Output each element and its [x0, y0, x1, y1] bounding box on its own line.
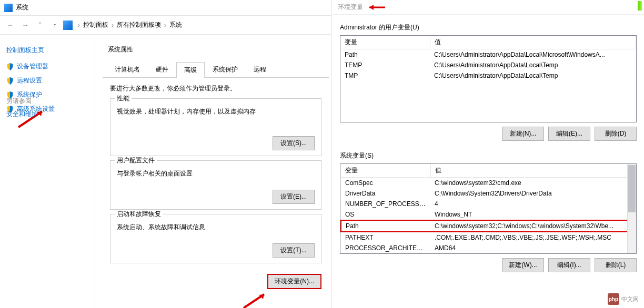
environment-variables-button[interactable]: 环境变量(N)... [267, 274, 321, 289]
groupbox-title: 用户配置文件 [115, 156, 157, 165]
watermark: php 中文网 [608, 293, 639, 305]
env-dialog-title: 环境变量 [338, 3, 363, 12]
groupbox-startup: 启动和故障恢复 系统启动、系统故障和调试信息 设置(T)... [110, 214, 321, 263]
sidebar-item-label: 远程设置 [17, 76, 42, 85]
breadcrumb-icon [63, 20, 73, 30]
breadcrumb-item[interactable]: 控制面板 [83, 20, 108, 29]
col-header-value[interactable]: 值 [430, 36, 636, 49]
var-value: Windows_NT [430, 209, 636, 220]
table-row[interactable]: TEMPC:\Users\Administrator\AppData\Local… [340, 60, 636, 70]
table-row-path[interactable]: PathC:\windows\system32;C:\windows;C:\wi… [341, 220, 636, 232]
sys-vars-buttons: 新建(W)... 编辑(I)... 删除(L) [340, 258, 637, 272]
col-header-variable[interactable]: 变量 [340, 36, 430, 49]
groupbox-desc: 视觉效果，处理器计划，内存使用，以及虚拟内存 [117, 107, 315, 116]
see-also-section: 另请参阅 安全和维护 [6, 97, 38, 119]
breadcrumb-sep: › [112, 22, 114, 29]
table-row[interactable]: PROCESSOR_ARCHITECT...AMD64 [341, 243, 636, 253]
env-dialog-body: Administrator 的用户变量(U) 变量 值 PathC:\Users… [333, 15, 644, 283]
breadcrumb-sep: › [78, 22, 80, 29]
table-row[interactable]: NUMBER_OF_PROCESSORS4 [341, 199, 636, 209]
groupbox-userprofile: 用户配置文件 与登录帐户相关的桌面设置 设置(E)... [110, 160, 321, 210]
var-name: OS [341, 209, 430, 220]
see-also-title: 另请参阅 [6, 97, 38, 106]
tab-advanced[interactable]: 高级 [176, 62, 205, 78]
var-name: NUMBER_OF_PROCESSORS [341, 199, 430, 209]
var-value: C:\Users\Administrator\AppData\Local\Tem… [430, 70, 636, 81]
settings-startup-button[interactable]: 设置(T)... [273, 243, 315, 258]
shield-icon [6, 77, 14, 85]
table-row[interactable]: OSWindows_NT [341, 209, 636, 220]
breadcrumb-sep: › [164, 22, 166, 29]
tab-hardware[interactable]: 硬件 [148, 61, 176, 77]
sidebar-item-label: 设备管理器 [17, 62, 48, 71]
tab-protection[interactable]: 系统保护 [205, 61, 246, 77]
nav-back-icon[interactable]: ← [4, 19, 17, 32]
user-vars-buttons: 新建(N)... 编辑(E)... 删除(D) [340, 127, 637, 141]
user-vars-table[interactable]: 变量 值 PathC:\Users\Administrator\AppData\… [340, 35, 637, 122]
var-value: AMD64 [430, 243, 636, 253]
nav-forward-icon[interactable]: → [19, 19, 32, 32]
var-value: C:\windows\system32;C:\windows;C:\window… [430, 220, 636, 232]
control-panel-sidebar: 控制面板主页 设备管理器 远程设置 系统保护 高级系统设置 另请参阅 安全和维护 [0, 35, 92, 129]
settings-userprofile-button[interactable]: 设置(E)... [273, 190, 315, 204]
table-row[interactable]: ComSpecC:\windows\system32\cmd.exe [341, 178, 636, 189]
table-row[interactable]: TMPC:\Users\Administrator\AppData\Local\… [340, 70, 636, 81]
see-also-link[interactable]: 安全和维护 [6, 110, 38, 119]
scrollbar-thumb[interactable] [628, 165, 636, 212]
var-name: TEMP [340, 60, 430, 70]
sys-delete-button[interactable]: 删除(L) [595, 258, 637, 272]
sys-edit-button[interactable]: 编辑(I)... [548, 258, 590, 272]
system-vars-table[interactable]: 变量 值 ComSpecC:\windows\system32\cmd.exe … [340, 163, 637, 254]
env-dialog-title-bar: 环境变量 [333, 0, 644, 15]
var-name: PROCESSOR_ARCHITECT... [341, 243, 430, 253]
shield-icon [6, 63, 14, 70]
sidebar-item-device-manager[interactable]: 设备管理器 [6, 62, 86, 71]
var-name: DriverData [341, 188, 430, 199]
var-name: Path [340, 49, 430, 60]
sys-vars-label: 系统变量(S) [340, 151, 637, 160]
groupbox-desc: 系统启动、系统故障和调试信息 [117, 223, 315, 232]
user-edit-button[interactable]: 编辑(E)... [548, 127, 590, 141]
breadcrumb-item[interactable]: 系统 [169, 20, 182, 29]
table-row[interactable]: PathC:\Users\Administrator\AppData\Local… [340, 49, 636, 60]
sidebar-title[interactable]: 控制面板主页 [6, 46, 86, 55]
var-name: PATHEXT [341, 232, 430, 243]
user-delete-button[interactable]: 删除(D) [595, 127, 637, 141]
watermark-text: 中文网 [621, 295, 639, 303]
sys-new-button[interactable]: 新建(W)... [502, 258, 544, 272]
system-icon [4, 4, 13, 12]
var-name: TMP [340, 70, 430, 81]
annotation-arrow-icon [366, 4, 387, 11]
watermark-logo: php [608, 293, 619, 305]
settings-performance-button[interactable]: 设置(S)... [273, 136, 315, 150]
dialog-body: 要进行大多数更改，你必须作为管理员登录。 性能 视觉效果，处理器计划，内存使用，… [103, 78, 329, 274]
scrollbar[interactable] [627, 164, 636, 253]
var-value: 4 [430, 199, 636, 209]
var-name: Path [341, 220, 430, 232]
sidebar-item-remote[interactable]: 远程设置 [6, 76, 86, 85]
nav-recent-icon[interactable]: ˅ [34, 19, 46, 32]
table-row[interactable]: DriverDataC:\Windows\System32\Drivers\Dr… [341, 188, 636, 199]
var-value: C:\Users\Administrator\AppData\Local\Mic… [430, 49, 636, 60]
breadcrumb-item[interactable]: 所有控制面板项 [117, 20, 161, 29]
tab-remote[interactable]: 远程 [246, 61, 274, 77]
groupbox-desc: 与登录帐户相关的桌面设置 [117, 169, 315, 178]
nav-up-icon[interactable]: ↑ [48, 19, 61, 32]
var-name: ComSpec [341, 178, 430, 189]
user-new-button[interactable]: 新建(N)... [502, 127, 544, 141]
system-properties-dialog: 系统属性 计算机名 硬件 高级 系统保护 远程 要进行大多数更改，你必须作为管理… [103, 41, 329, 293]
tabs-row: 计算机名 硬件 高级 系统保护 远程 [103, 61, 329, 78]
user-vars-label: Administrator 的用户变量(U) [340, 23, 637, 32]
var-value: C:\windows\system32\cmd.exe [430, 178, 636, 189]
groupbox-performance: 性能 视觉效果，处理器计划，内存使用，以及虚拟内存 设置(S)... [110, 98, 321, 156]
tab-computer-name[interactable]: 计算机名 [107, 61, 148, 77]
col-header-value[interactable]: 值 [430, 164, 636, 178]
environment-variables-dialog: 环境变量 Administrator 的用户变量(U) 变量 值 PathC:\… [333, 0, 644, 308]
intro-text: 要进行大多数更改，你必须作为管理员登录。 [110, 84, 321, 93]
dialog-title: 系统属性 [103, 41, 329, 58]
table-row[interactable]: PATHEXT.COM;.EXE;.BAT;.CMD;.VBS;.VBE;.JS… [341, 232, 636, 243]
window-title: 系统 [16, 3, 28, 12]
nav-bar: ← → ˅ ↑ › 控制面板 › 所有控制面板项 › 系统 [0, 16, 331, 35]
col-header-variable[interactable]: 变量 [341, 164, 430, 178]
var-value: C:\Users\Administrator\AppData\Local\Tem… [430, 60, 636, 70]
